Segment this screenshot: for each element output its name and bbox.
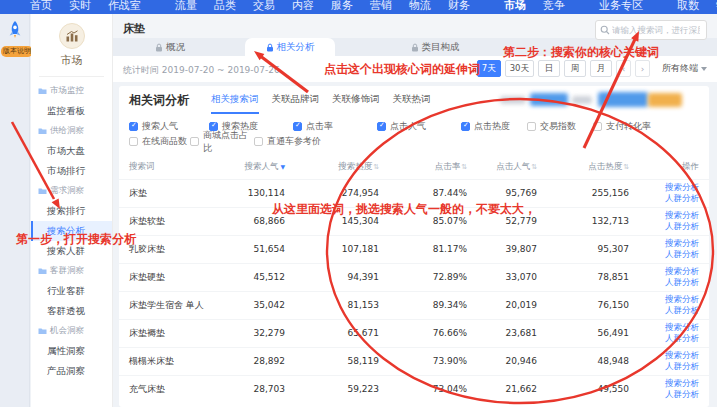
sidebar-brand-label: 市场 <box>61 53 83 68</box>
action-audience-analysis[interactable]: 人群分析 <box>665 221 699 232</box>
nav-item-competition[interactable]: 竞争 <box>543 0 565 13</box>
range-7d-button[interactable]: 7天 <box>477 60 501 77</box>
tab-related-search-words[interactable]: 相关搜索词 <box>211 86 259 114</box>
filter-trade-index[interactable]: 交易指数 <box>527 120 593 133</box>
search-input[interactable] <box>610 24 702 36</box>
sidebar-item-market-ranking[interactable]: 市场排行 <box>31 161 112 181</box>
tab-category-composition[interactable]: 类目构成 <box>390 38 480 56</box>
range-30d-button[interactable]: 30天 <box>505 60 534 77</box>
tab-overview[interactable]: 概况 <box>125 38 215 56</box>
sidebar-item-search-ranking[interactable]: 搜索排行 <box>31 201 112 221</box>
lock-icon <box>155 43 163 52</box>
terminal-select[interactable]: 所有终端 <box>662 62 707 75</box>
filter-pay-conversion[interactable]: 支付转化率 <box>593 120 679 133</box>
nav-item-finance[interactable]: 财务 <box>448 0 470 13</box>
table-row: 充气床垫 28,703 59,223 73.04% 21,662 49,550 … <box>119 375 709 403</box>
click-pop-cell: 21,662 <box>469 375 539 403</box>
sidebar-item-monitor-board[interactable]: 监控看板 <box>31 101 112 121</box>
search-heat-cell: 274,954 <box>287 179 381 207</box>
click-heat-cell: 48,948 <box>539 347 631 375</box>
screen: 首页 实时 作战室 流量 品类 交易 内容 服务 营销 物流 财务 市场 竞争 … <box>0 0 717 407</box>
nav-item-market[interactable]: 市场 <box>504 0 526 13</box>
nav-item-data-extract[interactable]: 取数 <box>677 0 699 13</box>
col-click-popularity[interactable]: 点击人气 <box>469 155 539 179</box>
tab-related-modifier-words[interactable]: 关联修饰词 <box>332 86 380 114</box>
action-search-analysis[interactable]: 搜索分析 <box>665 266 699 277</box>
search-heat-cell: 58,119 <box>287 347 381 375</box>
action-search-analysis[interactable]: 搜索分析 <box>665 210 699 221</box>
nav-item-marketing[interactable]: 营销 <box>370 0 392 13</box>
filter-online-products[interactable]: 在线商品数 <box>129 135 190 148</box>
filter-ztc-reference-price[interactable]: 直通车参考价 <box>254 135 358 148</box>
keyword-cell: 床垫褥垫 <box>119 319 231 347</box>
col-keyword: 搜索词 <box>119 155 231 179</box>
nav-item-home[interactable]: 首页 <box>30 0 52 13</box>
nav-item-trade[interactable]: 交易 <box>253 0 275 13</box>
filter-mall-click-share[interactable]: 商城点击占比 <box>190 129 254 155</box>
tab-related-analysis[interactable]: 相关分析 <box>245 38 335 56</box>
metric-filters: 搜索人气 搜索热度 点击率 点击人气 点击热度 交易指数 支付转化率 在线商品数… <box>119 114 709 151</box>
prev-period-button[interactable]: ‹ <box>616 60 631 77</box>
nav-item-realtime[interactable]: 实时 <box>69 0 91 13</box>
blurred-button-2[interactable] <box>530 93 568 106</box>
tab-related-brand-words[interactable]: 关联品牌词 <box>272 86 320 114</box>
range-week-button[interactable]: 周 <box>564 60 586 77</box>
tab-related-hot-words[interactable]: 关联热词 <box>393 86 431 114</box>
action-audience-analysis[interactable]: 人群分析 <box>665 361 699 372</box>
sidebar-divider <box>39 76 104 77</box>
nav-item-category[interactable]: 品类 <box>214 0 236 13</box>
sidebar-item-attribute-insight[interactable]: 属性洞察 <box>31 341 112 361</box>
action-audience-analysis[interactable]: 人群分析 <box>665 305 699 316</box>
filter-click-rate[interactable]: 点击率 <box>293 120 377 133</box>
sidebar-item-search-audience[interactable]: 搜索人群 <box>31 241 112 261</box>
col-search-popularity[interactable]: 搜索人气 <box>231 155 287 179</box>
action-audience-analysis[interactable]: 人群分析 <box>665 193 699 204</box>
click-pop-cell: 23,681 <box>469 319 539 347</box>
action-audience-analysis[interactable]: 人群分析 <box>665 333 699 344</box>
table-row: 床垫软垫 68,866 145,304 85.07% 52,779 132,71… <box>119 207 709 235</box>
action-search-analysis[interactable]: 搜索分析 <box>665 294 699 305</box>
blurred-button-4[interactable] <box>598 92 648 107</box>
nav-item-content[interactable]: 内容 <box>292 0 314 13</box>
action-search-analysis[interactable]: 搜索分析 <box>665 378 699 389</box>
range-month-button[interactable]: 月 <box>590 60 612 77</box>
sidebar-brand: 市场 <box>31 14 112 68</box>
action-search-analysis[interactable]: 搜索分析 <box>665 322 699 333</box>
ctr-cell: 72.89% <box>381 263 469 291</box>
col-search-heat[interactable]: 搜索热度 <box>287 155 381 179</box>
nav-item-logistics[interactable]: 物流 <box>409 0 431 13</box>
col-click-rate[interactable]: 点击率 <box>381 155 469 179</box>
rocket-icon[interactable] <box>5 20 25 46</box>
sidebar-item-search-analysis[interactable]: 搜索分析 <box>31 221 112 241</box>
nav-item-business-zone[interactable]: 业务专区 <box>599 0 643 13</box>
blurred-button-3[interactable] <box>572 96 592 104</box>
blurred-button-1[interactable] <box>500 96 526 104</box>
action-audience-analysis[interactable]: 人群分析 <box>665 277 699 288</box>
keyword-search-box[interactable] <box>595 20 707 40</box>
action-search-analysis[interactable]: 搜索分析 <box>665 238 699 249</box>
range-day-button[interactable]: 日 <box>538 60 560 77</box>
sidebar-item-industry-customer[interactable]: 行业客群 <box>31 281 112 301</box>
content-header: 床垫 概况 <box>113 14 717 56</box>
sidebar-item-customer-perspective[interactable]: 客群透视 <box>31 301 112 321</box>
sidebar-item-product-insight[interactable]: 产品洞察 <box>31 361 112 381</box>
action-audience-analysis[interactable]: 人群分析 <box>665 249 699 260</box>
filter-click-heat[interactable]: 点击热度 <box>461 120 527 133</box>
version-badge[interactable]: 版本说明 <box>1 46 33 57</box>
col-click-heat[interactable]: 点击热度 <box>539 155 631 179</box>
filter-click-popularity[interactable]: 点击人气 <box>377 120 461 133</box>
nav-item-war-room[interactable]: 作战室 <box>108 0 141 13</box>
folder-icon <box>38 187 47 195</box>
search-pop-cell: 130,114 <box>231 179 287 207</box>
nav-item-service[interactable]: 服务 <box>331 0 353 13</box>
click-heat-cell: 76,150 <box>539 291 631 319</box>
action-search-analysis[interactable]: 搜索分析 <box>665 350 699 361</box>
nav-item-traffic[interactable]: 流量 <box>175 0 197 13</box>
click-pop-cell: 39,807 <box>469 235 539 263</box>
search-pop-cell: 28,892 <box>231 347 287 375</box>
next-period-button[interactable]: › <box>635 60 650 77</box>
blurred-button-5[interactable] <box>648 93 682 107</box>
action-search-analysis[interactable]: 搜索分析 <box>665 182 699 193</box>
action-audience-analysis[interactable]: 人群分析 <box>665 389 699 400</box>
sidebar-item-market-overview[interactable]: 市场大盘 <box>31 141 112 161</box>
